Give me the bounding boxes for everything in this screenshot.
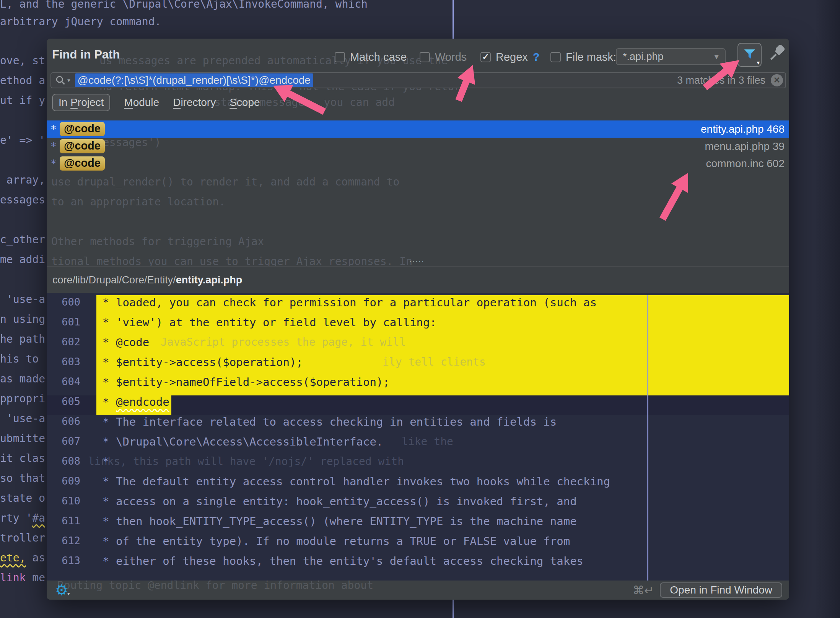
- line-number: 609: [54, 475, 80, 487]
- regex-checkbox[interactable]: ✓: [480, 52, 491, 62]
- filter-results-button[interactable]: ▾: [737, 43, 762, 67]
- file-mask-checkbox[interactable]: [550, 52, 561, 62]
- words-option[interactable]: Words: [420, 49, 467, 65]
- file-mask-value: *.api.php: [617, 51, 664, 63]
- search-query-text[interactable]: @code(?:[\s\S]*(drupal_render)[\s\S]*)@e…: [75, 73, 313, 87]
- right-margin-guide: [647, 295, 648, 581]
- preview-code-line: 601* 'view') at the entity or field leve…: [47, 316, 789, 336]
- editor-code-line: rty '#a: [0, 512, 45, 532]
- bleed-text: to an appropriate location.: [51, 195, 225, 215]
- editor-caret-line-bottom: [453, 600, 454, 618]
- scope-tab-module[interactable]: Module: [124, 96, 159, 109]
- search-result-row[interactable]: *@codeentity.api.php 468: [47, 120, 789, 138]
- editor-code-line: c_other: [0, 233, 45, 253]
- words-label: Words: [435, 51, 467, 63]
- line-number: 610: [54, 495, 80, 507]
- combo-caret-icon[interactable]: ▼: [713, 52, 725, 61]
- match-count-label: 3 matches in 3 files: [677, 75, 771, 86]
- editor-code-line: ete, as: [0, 551, 45, 571]
- gear-caret-icon: ▾: [67, 591, 70, 597]
- search-history-caret-icon[interactable]: ▾: [67, 77, 70, 84]
- match-case-label: Match case: [350, 51, 407, 63]
- editor-code-line: n using: [0, 313, 45, 333]
- preview-code-line: 605* @endcode: [47, 395, 789, 415]
- line-number: 607: [54, 435, 80, 447]
- editor-code-line: ppropri: [0, 392, 45, 412]
- path-directory: core/lib/Drupal/Core/Entity/: [52, 274, 176, 286]
- editor-code-line: it clas: [0, 452, 45, 472]
- words-checkbox[interactable]: [420, 52, 430, 62]
- comment-star: *: [50, 158, 60, 169]
- editor-code-line: as made: [0, 372, 45, 392]
- clear-search-icon[interactable]: ✕: [771, 74, 783, 86]
- editor-code-line: ove, st: [0, 54, 45, 74]
- bleed-text: Other methods for triggering Ajax: [51, 235, 264, 255]
- editor-caret-line-top: [453, 0, 454, 39]
- match-badge: @code: [60, 139, 105, 153]
- pin-icon[interactable]: [768, 45, 786, 62]
- open-in-find-window-button[interactable]: Open in Find Window: [660, 582, 782, 598]
- bleed-text: use drupal_render() to render it, and ad…: [51, 176, 399, 195]
- regex-help-link[interactable]: ?: [533, 51, 540, 63]
- line-number: 603: [54, 356, 80, 368]
- file-mask-combobox[interactable]: *.api.php ▼: [616, 48, 726, 65]
- gear-icon[interactable]: ⚙: [55, 581, 68, 599]
- preview-code-line: 603* $entity->access($operation);: [47, 356, 789, 376]
- bleed-text: Routing topic @endlink for more informat…: [57, 579, 373, 599]
- preview-code-line: 613* either of these hooks, then the ent…: [47, 555, 789, 574]
- dialog-title: Find in Path: [52, 48, 120, 62]
- code-preview-panel[interactable]: JavaScript processes the page, it willil…: [47, 293, 789, 581]
- match-case-checkbox[interactable]: [335, 52, 345, 62]
- filter-caret-icon: ▾: [757, 59, 760, 66]
- filter-icon: [743, 47, 757, 61]
- line-number: 604: [54, 376, 80, 387]
- settings-button[interactable]: ⚙ ▾: [55, 581, 70, 599]
- find-in-path-dialog: us messages are prepended automatically …: [47, 39, 789, 600]
- preview-code-line: 604* $entity->nameOfField->access($opera…: [47, 376, 789, 395]
- result-file-label: menu.api.php 39: [705, 140, 789, 153]
- line-number: 600: [54, 296, 80, 308]
- scope-tab-in-project[interactable]: In Project: [52, 94, 110, 111]
- line-number: 602: [54, 336, 80, 348]
- editor-code-line: so that: [0, 472, 45, 492]
- line-number: 613: [54, 555, 80, 566]
- editor-code-line: 'use-a: [0, 412, 45, 432]
- line-number: 612: [54, 535, 80, 546]
- editor-code-line: e' => ': [0, 134, 45, 154]
- editor-code-line: link me: [0, 571, 45, 591]
- match-badge: @code: [60, 122, 105, 136]
- line-number: 601: [54, 316, 80, 328]
- preview-file-path: core/lib/Drupal/Core/Entity/entity.api.p…: [47, 267, 789, 293]
- match-badge: @code: [60, 156, 105, 171]
- preview-code-line: 608*: [47, 455, 789, 475]
- file-mask-option[interactable]: File mask:: [550, 49, 616, 65]
- phpstorm-window: { "colors":{"accent_blue":"#1d64d8","mat…: [0, 0, 840, 618]
- preview-code-line: 600* loaded, you can check for permissio…: [47, 296, 789, 316]
- editor-code-line: array,: [0, 174, 45, 194]
- preview-code-line: 607* \Drupal\Core\Access\AccessibleInter…: [47, 435, 789, 455]
- search-input[interactable]: ▾ @code(?:[\s\S]*(drupal_render)[\s\S]*)…: [50, 72, 786, 88]
- search-result-row[interactable]: *@codemenu.api.php 39: [47, 138, 789, 155]
- scope-tabs: In ProjectModuleDirectoryScope: [52, 93, 260, 112]
- preview-code-line: 611* then hook_ENTITY_TYPE_access() (whe…: [47, 515, 789, 535]
- regex-option[interactable]: ✓ Regex ?: [480, 49, 540, 65]
- editor-code-line: ethod a: [0, 74, 45, 94]
- path-filename: entity.api.php: [176, 274, 243, 286]
- code-lines: 600* loaded, you can check for permissio…: [47, 293, 789, 581]
- result-file-label: common.inc 602: [706, 158, 789, 170]
- scope-tab-directory[interactable]: Directory: [173, 96, 216, 109]
- regex-label: Regex: [496, 51, 528, 63]
- editor-code-line: he path: [0, 333, 45, 353]
- editor-code-line: his to: [0, 353, 45, 372]
- preview-code-line: 609* The default entity access control h…: [47, 475, 789, 495]
- editor-code-line: me addi: [0, 253, 45, 273]
- match-case-option[interactable]: Match case: [335, 49, 407, 65]
- preview-code-line: 606* The interface related to access che…: [47, 415, 789, 435]
- preview-code-line: 612* of the entity type). If no module r…: [47, 535, 789, 555]
- preview-code-line: 602* @code: [47, 336, 789, 356]
- preview-code-line: 610* access on a single entity: hook_ent…: [47, 495, 789, 515]
- scope-tab-scope[interactable]: Scope: [230, 96, 260, 109]
- splitter-handle[interactable]: ·····: [409, 257, 425, 265]
- search-result-row[interactable]: *@codecommon.inc 602: [47, 155, 789, 172]
- editor-code-line: ubmitte: [0, 432, 45, 452]
